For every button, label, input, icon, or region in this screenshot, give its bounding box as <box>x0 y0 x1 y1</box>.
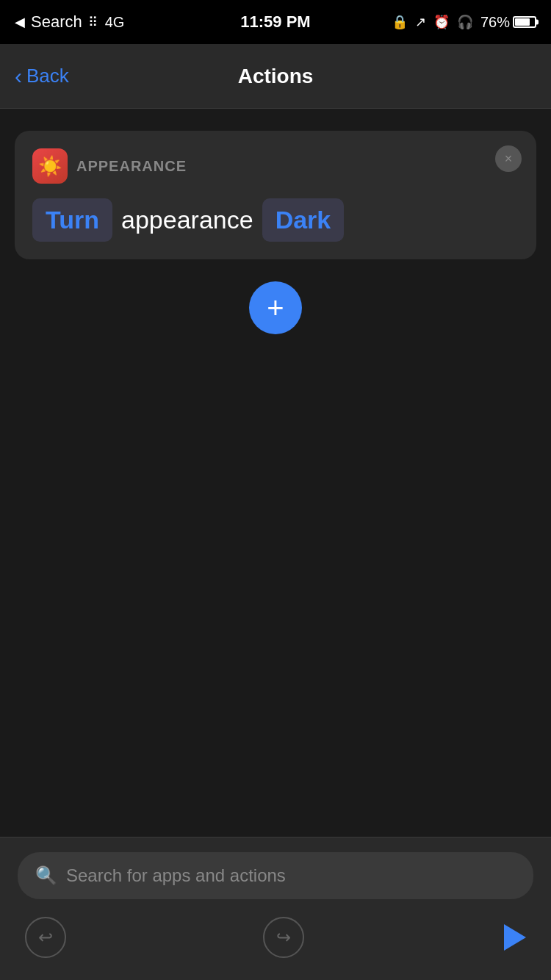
undo-button[interactable]: ↩ <box>25 917 66 958</box>
bottom-bar: 🔍 ↩ ↪ <box>0 837 551 980</box>
dark-pill[interactable]: Dark <box>262 198 345 242</box>
sun-icon: ☀️ <box>38 155 62 178</box>
signal-arrow-icon: ◀ <box>15 14 25 30</box>
appearance-icon: ☀️ <box>32 148 68 184</box>
battery-container: 76% <box>480 14 536 31</box>
action-category-label: APPEARANCE <box>76 158 187 175</box>
action-card-header: ☀️ APPEARANCE <box>32 148 519 184</box>
page-title: Actions <box>238 65 314 88</box>
undo-icon: ↩ <box>38 927 53 948</box>
appearance-text: appearance <box>121 206 253 234</box>
status-time: 11:59 PM <box>240 12 310 32</box>
location-icon: ↗ <box>415 14 426 30</box>
status-bar: ◀ Search ⠿ 4G 11:59 PM 🔒 ↗ ⏰ 🎧 76% <box>0 0 551 44</box>
search-input[interactable] <box>66 865 516 886</box>
lock-icon: 🔒 <box>392 14 408 30</box>
play-button[interactable] <box>501 924 526 951</box>
navigation-bar: ‹ Back Actions <box>0 44 551 109</box>
play-icon <box>504 924 526 951</box>
back-label: Back <box>26 65 69 87</box>
search-icon: 🔍 <box>35 865 57 886</box>
search-bar[interactable]: 🔍 <box>18 852 533 899</box>
signal-dots: ⠿ <box>88 14 99 30</box>
bottom-controls: ↩ ↪ <box>18 917 533 958</box>
status-left: ◀ Search ⠿ 4G <box>15 12 124 32</box>
add-button-container: + <box>15 281 536 334</box>
close-button[interactable]: × <box>495 145 522 172</box>
status-right: 🔒 ↗ ⏰ 🎧 76% <box>392 14 536 31</box>
headphones-icon: 🎧 <box>457 14 473 30</box>
redo-button[interactable]: ↪ <box>263 917 304 958</box>
main-content: ☀️ APPEARANCE × Turn appearance Dark + <box>0 109 551 833</box>
turn-pill[interactable]: Turn <box>32 198 112 242</box>
network-label: 4G <box>105 14 125 31</box>
battery-fill <box>515 18 530 26</box>
add-action-button[interactable]: + <box>249 281 302 334</box>
carrier-label: Search <box>31 12 82 32</box>
battery-percent: 76% <box>480 14 510 31</box>
alarm-icon: ⏰ <box>433 14 450 30</box>
battery-icon <box>513 16 536 28</box>
redo-icon: ↪ <box>276 927 291 948</box>
action-card: ☀️ APPEARANCE × Turn appearance Dark <box>15 131 536 259</box>
close-icon: × <box>505 151 513 167</box>
back-button[interactable]: ‹ Back <box>15 65 69 87</box>
chevron-left-icon: ‹ <box>15 65 22 87</box>
action-content: Turn appearance Dark <box>32 198 519 242</box>
